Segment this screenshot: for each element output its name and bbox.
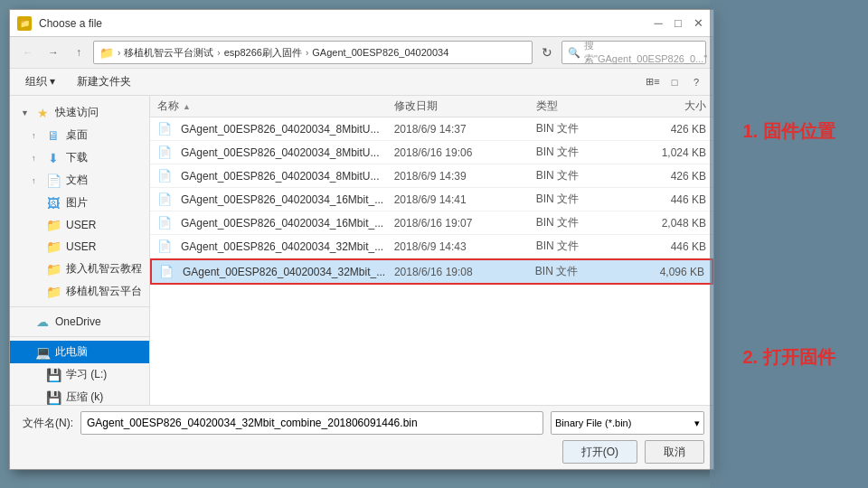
title-bar: 📁 Choose a file ─ □ ✕ <box>10 10 713 37</box>
annotation-step1: 1. 固件位置 <box>742 119 835 143</box>
refresh-button[interactable]: ↻ <box>536 42 558 63</box>
up-button[interactable]: ↑ <box>68 42 90 63</box>
documents-icon: 📄 <box>46 174 61 188</box>
open-button[interactable]: 打开(O) <box>562 440 637 464</box>
desktop-arrow: ↑ <box>32 131 41 140</box>
title-controls: ─ □ ✕ <box>650 15 706 32</box>
file-size-cell: 426 KB <box>630 123 706 136</box>
file-list: 名称 ▲ 修改日期 类型 大小 📄GAgent_00ESP826_0402003… <box>150 96 713 405</box>
sidebar-label-user2: USER <box>66 240 96 253</box>
table-row[interactable]: 📄GAgent_00ESP826_04020034_32Mbit_... 201… <box>150 258 713 285</box>
search-placeholder: 搜索"GAgent_00ESP826_0..." <box>584 39 707 66</box>
col-header-type[interactable]: 类型 <box>536 99 631 114</box>
jieruji-icon: 📁 <box>46 262 61 277</box>
documents-arrow: ↑ <box>32 176 41 185</box>
file-name-cell: 📄GAgent_00ESP826_04020034_32Mbit_... <box>159 265 394 279</box>
file-date-cell: 2018/6/9 14:43 <box>394 240 536 253</box>
filetype-value: Binary File (*.bin) <box>555 418 631 428</box>
file-date-cell: 2018/6/16 19:08 <box>394 266 535 278</box>
user1-icon: 📁 <box>46 218 61 232</box>
dialog-title: Choose a file <box>39 17 102 30</box>
sidebar-divider1 <box>10 306 149 307</box>
star-icon: ★ <box>35 106 50 120</box>
sidebar-item-yizhi[interactable]: 📁 移植机智云平台 <box>10 280 149 303</box>
file-icon: 📄 <box>157 192 172 207</box>
file-name-cell: 📄GAgent_00ESP826_04020034_8MbitU... <box>157 169 394 183</box>
table-row[interactable]: 📄GAgent_00ESP826_04020034_16Mbit_... 201… <box>150 211 713 235</box>
filetype-select[interactable]: Binary File (*.bin) ▾ <box>551 411 704 435</box>
sidebar-label-desktop: 桌面 <box>66 127 88 143</box>
thispc-icon: 💻 <box>35 345 50 360</box>
file-type-cell: BIN 文件 <box>536 192 631 207</box>
sidebar-item-quick-access[interactable]: ▼ ★ 快速访问 <box>10 101 149 124</box>
view-detail-button[interactable]: □ <box>665 72 684 92</box>
sidebar-label-quick-access: 快速访问 <box>55 105 99 120</box>
file-size-cell: 446 KB <box>630 193 706 206</box>
table-row[interactable]: 📄GAgent_00ESP826_04020034_8MbitU... 2018… <box>150 117 713 141</box>
minimize-button[interactable]: ─ <box>650 15 666 32</box>
table-row[interactable]: 📄GAgent_00ESP826_04020034_32Mbit_... 201… <box>150 235 713 258</box>
help-button[interactable]: ? <box>686 72 706 92</box>
user2-icon: 📁 <box>46 239 61 254</box>
sidebar-item-documents[interactable]: ↑ 📄 文档 <box>10 169 149 192</box>
quick-access-arrow: ▼ <box>21 108 30 117</box>
filename-label: 文件名(N): <box>19 416 73 431</box>
file-rows: 📄GAgent_00ESP826_04020034_8MbitU... 2018… <box>150 117 713 405</box>
download-icon: ⬇ <box>46 151 61 165</box>
search-bar[interactable]: 🔍 搜索"GAgent_00ESP826_0..." <box>561 41 706 64</box>
sidebar-item-user1[interactable]: 📁 USER <box>10 214 149 236</box>
col-header-name[interactable]: 名称 ▲ <box>157 99 394 114</box>
sidebar-item-study[interactable]: 💾 学习 (L:) <box>10 363 149 386</box>
view-icons: ⊞≡ □ ? <box>643 72 706 92</box>
organize-button[interactable]: 组织 ▾ <box>17 71 63 92</box>
col-name-label: 名称 <box>157 99 179 114</box>
file-icon: 📄 <box>157 122 172 136</box>
sidebar-label-yizhi: 移植机智云平台 <box>66 284 142 299</box>
sidebar-item-desktop[interactable]: ↑ 🖥 桌面 <box>10 124 149 146</box>
table-row[interactable]: 📄GAgent_00ESP826_04020034_8MbitU... 2018… <box>150 141 713 164</box>
sidebar-item-pictures[interactable]: 🖼 图片 <box>10 192 149 214</box>
sidebar-label-user1: USER <box>66 219 96 231</box>
sidebar-item-user2[interactable]: 📁 USER <box>10 236 149 258</box>
file-date-cell: 2018/6/16 19:06 <box>394 146 536 159</box>
path-folder-icon: 📁 <box>99 46 114 60</box>
bottom-bar: 文件名(N): Binary File (*.bin) ▾ 打开(O) 取消 <box>10 405 713 469</box>
path-sep3: › <box>306 48 308 58</box>
file-name-cell: 📄GAgent_00ESP826_04020034_16Mbit_... <box>157 216 394 230</box>
file-date-cell: 2018/6/9 14:41 <box>394 193 536 206</box>
back-button[interactable]: ← <box>17 42 39 63</box>
filetype-arrow: ▾ <box>694 418 700 429</box>
sidebar-label-documents: 文档 <box>66 173 88 188</box>
col-header-date[interactable]: 修改日期 <box>394 99 536 114</box>
file-type-cell: BIN 文件 <box>536 239 631 254</box>
sort-icon: ▲ <box>183 102 191 111</box>
table-row[interactable]: 📄GAgent_00ESP826_04020034_8MbitU... 2018… <box>150 164 713 188</box>
organize-toolbar: 组织 ▾ 新建文件夹 ⊞≡ □ ? <box>10 69 713 96</box>
new-folder-button[interactable]: 新建文件夹 <box>69 71 139 92</box>
annotation-step2: 2. 打开固件 <box>742 345 835 369</box>
file-type-cell: BIN 文件 <box>535 264 629 279</box>
maximize-button[interactable]: □ <box>670 15 686 32</box>
file-size-cell: 4,096 KB <box>629 266 704 278</box>
cancel-button[interactable]: 取消 <box>645 440 704 464</box>
nav-toolbar: ← → ↑ 📁 › 移植机智云平台测试 › esp8266刷入固件 › GAge… <box>10 37 713 69</box>
col-header-size[interactable]: 大小 <box>630 99 706 114</box>
file-date-cell: 2018/6/16 19:07 <box>394 217 536 230</box>
filename-row: 文件名(N): Binary File (*.bin) ▾ <box>19 411 704 435</box>
close-button[interactable]: ✕ <box>690 15 706 32</box>
sidebar-item-other[interactable]: 💾 压缩 (k) <box>10 386 149 405</box>
sidebar-item-jieruji[interactable]: 📁 接入机智云教程 <box>10 258 149 280</box>
sidebar-item-downloads[interactable]: ↑ ⬇ 下载 <box>10 146 149 169</box>
sidebar-label-downloads: 下载 <box>66 150 88 165</box>
sidebar-item-onedrive[interactable]: ☁ OneDrive <box>10 311 149 333</box>
file-dialog: 📁 Choose a file ─ □ ✕ ← → ↑ 📁 › 移植机智云平台测… <box>9 9 714 470</box>
sidebar-item-thispc[interactable]: 💻 此电脑 <box>10 341 149 363</box>
forward-button[interactable]: → <box>42 42 64 63</box>
other-icon: 💾 <box>46 390 61 405</box>
onedrive-icon: ☁ <box>35 314 50 329</box>
view-grid-button[interactable]: ⊞≡ <box>643 72 663 92</box>
filename-input[interactable] <box>80 411 543 435</box>
file-icon: 📄 <box>157 169 172 183</box>
table-row[interactable]: 📄GAgent_00ESP826_04020034_16Mbit_... 201… <box>150 188 713 211</box>
path-bar[interactable]: 📁 › 移植机智云平台测试 › esp8266刷入固件 › GAgent_00E… <box>93 41 533 64</box>
